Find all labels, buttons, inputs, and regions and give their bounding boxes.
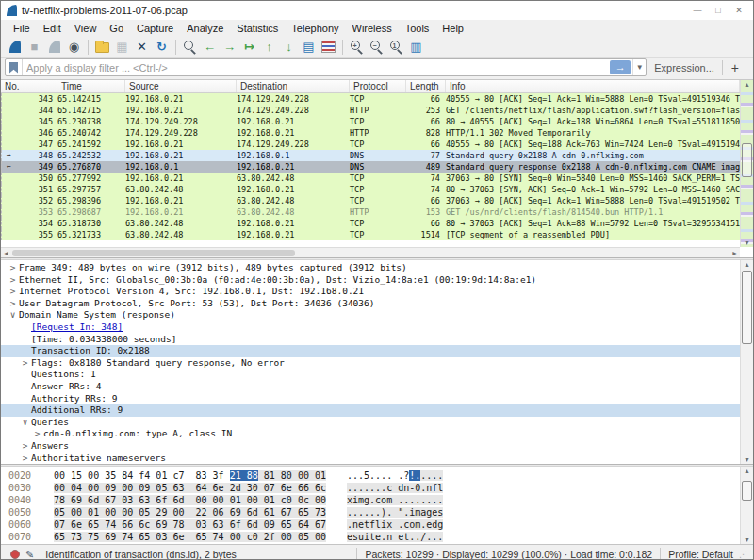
details-line[interactable]: ∨Queries <box>1 417 740 429</box>
restart-capture-icon[interactable] <box>44 38 64 57</box>
expander-icon[interactable]: > <box>19 357 31 370</box>
details-line[interactable]: ∨Domain Name System (response) <box>1 309 740 321</box>
details-scroll-thumb[interactable] <box>742 271 752 344</box>
display-filter-input[interactable] <box>23 62 610 74</box>
go-last-packet-icon[interactable]: ↓ <box>279 38 299 57</box>
details-line[interactable]: >Answers <box>1 440 740 453</box>
expander-icon[interactable]: > <box>31 428 43 440</box>
hex-row[interactable]: 004078 69 6d 67 03 63 6f 6d 00 00 01 00 … <box>1 494 753 506</box>
table-row[interactable]: 34565.230738174.129.249.228192.168.0.21T… <box>1 116 740 127</box>
close-file-icon[interactable]: ✕ <box>132 38 152 57</box>
column-header-source[interactable]: Source <box>125 80 237 92</box>
horizontal-scroll-thumb[interactable] <box>12 250 295 256</box>
expander-icon[interactable]: ∨ <box>19 417 31 429</box>
table-row[interactable]: 35365.298687192.168.0.2163.80.242.48HTTP… <box>1 206 740 218</box>
expert-info-icon[interactable] <box>10 550 20 559</box>
hex-row[interactable]: 002000 15 00 35 84 f4 01 c7 83 3f 21 88 … <box>1 469 753 482</box>
table-row[interactable]: 35565.32173363.80.242.48192.168.0.21TCP1… <box>1 229 740 240</box>
details-line[interactable]: Additional RRs: 9 <box>1 404 740 417</box>
colorize-icon[interactable] <box>319 38 338 57</box>
resize-grip[interactable]: ⋰ <box>739 550 747 559</box>
details-line[interactable]: [Request In: 348] <box>1 321 740 334</box>
table-row[interactable]: 34465.142715192.168.0.21174.129.249.228H… <box>1 105 740 116</box>
expander-icon[interactable]: > <box>19 440 31 453</box>
hex-row[interactable]: 003000 04 00 09 00 09 05 63 64 6e 2d 30 … <box>1 482 753 494</box>
capture-comment-icon[interactable]: ✎ <box>25 549 34 560</box>
menu-tools[interactable]: Tools <box>399 20 436 37</box>
table-row[interactable]: 34665.240742174.129.249.228192.168.0.21H… <box>1 127 740 139</box>
expander-icon[interactable]: > <box>7 286 19 298</box>
reload-file-icon[interactable]: ↻ <box>152 38 172 57</box>
table-row[interactable]: ←34965.276870192.168.0.1192.168.0.21DNS4… <box>1 161 740 173</box>
details-line[interactable]: Questions: 1 <box>1 369 740 381</box>
packet-list-scrollbar[interactable] <box>740 80 753 247</box>
find-packet-icon[interactable] <box>180 38 200 57</box>
bytes-scrollbar[interactable] <box>740 467 753 544</box>
start-capture-icon[interactable] <box>5 38 25 57</box>
go-to-packet-icon[interactable]: ↦ <box>239 38 259 57</box>
details-line[interactable]: [Time: 0.034338000 seconds] <box>1 334 740 346</box>
table-row[interactable]: →34865.242532192.168.0.21192.168.0.1DNS7… <box>1 150 740 161</box>
menu-help[interactable]: Help <box>435 20 470 37</box>
column-header-no[interactable]: No. <box>1 80 57 92</box>
expander-icon[interactable]: > <box>7 262 19 274</box>
details-line[interactable]: >Authoritative nameservers <box>1 453 740 465</box>
zoom-100-icon[interactable]: 1 <box>386 38 406 57</box>
go-back-icon[interactable]: ← <box>200 38 220 57</box>
expander-icon[interactable]: > <box>19 453 31 465</box>
bytes-scroll-thumb[interactable] <box>742 481 752 501</box>
expander-icon[interactable]: ∨ <box>7 309 19 321</box>
column-header-length[interactable]: Length <box>406 80 446 92</box>
expander-icon[interactable]: > <box>7 298 19 310</box>
menu-view[interactable]: View <box>68 20 104 37</box>
packet-list-scroll-thumb[interactable] <box>742 143 752 176</box>
details-line[interactable]: >Internet Protocol Version 4, Src: 192.1… <box>1 286 740 298</box>
close-button[interactable]: ✕ <box>729 2 749 19</box>
status-profile[interactable]: Profile: Default <box>668 549 733 560</box>
menu-telephony[interactable]: Telephony <box>285 20 345 37</box>
filter-apply-icon[interactable]: → <box>610 60 631 74</box>
go-forward-icon[interactable]: → <box>220 38 239 57</box>
details-line[interactable]: >Ethernet II, Src: Globalsc_00:3b:0a (f0… <box>1 274 740 287</box>
menu-go[interactable]: Go <box>103 20 130 37</box>
table-row[interactable]: 35265.298396192.168.0.2163.80.242.48TCP6… <box>1 195 740 206</box>
filter-bookmark-icon[interactable] <box>6 59 23 75</box>
hex-row[interactable]: 007065 73 75 69 74 65 03 6e 65 74 00 c0 … <box>1 531 753 543</box>
table-row[interactable]: 35465.31873063.80.242.48192.168.0.21TCP6… <box>1 218 740 229</box>
capture-options-icon[interactable]: ◉ <box>64 38 84 57</box>
filter-dropdown-icon[interactable]: ▼ <box>632 59 646 75</box>
save-file-icon[interactable]: ▦ <box>112 38 132 57</box>
details-line[interactable]: Answer RRs: 4 <box>1 381 740 393</box>
table-row[interactable]: 34365.142415192.168.0.21174.129.249.228T… <box>1 93 740 105</box>
zoom-in-icon[interactable]: + <box>347 38 367 57</box>
details-line[interactable]: Authority RRs: 9 <box>1 393 740 405</box>
details-scrollbar[interactable] <box>740 260 753 464</box>
details-line[interactable]: >User Datagram Protocol, Src Port: 53 (5… <box>1 298 740 310</box>
details-line[interactable]: >cdn-0.nflximg.com: type A, class IN <box>1 428 740 440</box>
column-header-protocol[interactable]: Protocol <box>350 80 406 92</box>
filter-add-button[interactable]: + <box>723 60 747 75</box>
open-file-icon[interactable] <box>92 38 112 57</box>
auto-scroll-icon[interactable]: ▤ <box>299 38 319 57</box>
menu-statistics[interactable]: Statistics <box>230 20 285 37</box>
details-line[interactable]: >Flags: 0x8180 Standard query response, … <box>1 357 740 370</box>
hex-row[interactable]: 006007 6e 65 74 66 6c 69 78 03 63 6f 6d … <box>1 519 753 531</box>
menu-file[interactable]: File <box>7 20 37 37</box>
menu-capture[interactable]: Capture <box>130 20 180 37</box>
menu-edit[interactable]: Edit <box>37 20 68 37</box>
table-row[interactable]: 35065.277992192.168.0.2163.80.242.48TCP7… <box>1 173 740 184</box>
maximize-button[interactable]: □ <box>708 2 729 19</box>
expression-button[interactable]: Expression... <box>647 62 722 74</box>
details-link[interactable]: [Request In: 348] <box>31 321 123 332</box>
menu-wireless[interactable]: Wireless <box>346 20 399 37</box>
details-line[interactable]: >Frame 349: 489 bytes on wire (3912 bits… <box>1 262 740 274</box>
table-row[interactable]: 34765.241592192.168.0.21174.129.249.228T… <box>1 139 740 150</box>
minimize-button[interactable]: — <box>687 2 708 19</box>
go-first-packet-icon[interactable]: ↑ <box>259 38 279 57</box>
stop-capture-icon[interactable]: ■ <box>25 38 44 57</box>
resize-columns-icon[interactable]: ▥ <box>406 38 426 57</box>
packet-list-horizontal-scrollbar[interactable] <box>1 247 740 257</box>
column-header-info[interactable]: Info <box>446 80 740 92</box>
menu-analyze[interactable]: Analyze <box>180 20 230 37</box>
column-header-destination[interactable]: Destination <box>237 80 350 92</box>
